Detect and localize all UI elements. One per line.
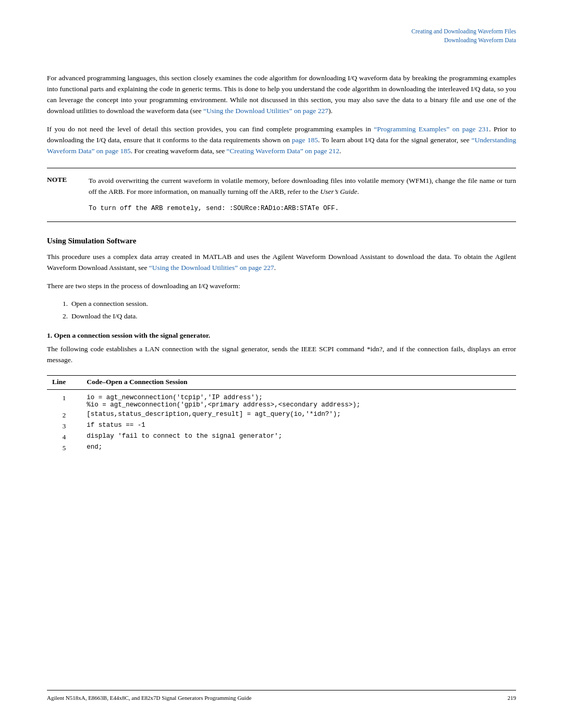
link-creating-waveform-data[interactable]: “Creating Waveform Data” on page 212 (227, 147, 339, 155)
code-cell-2: [status,status_description,query_result]… (81, 410, 516, 421)
link-download-utilities-1[interactable]: “Using the Download Utilities” on page 2… (203, 107, 328, 115)
table-row: 2 [status,status_description,query_resul… (47, 410, 516, 421)
list-item-1: 1. Open a connection session. (63, 299, 516, 310)
note-text-1: To avoid overwriting the current wavefor… (89, 176, 516, 198)
breadcrumb-line1: Creating and Downloading Waveform Files (411, 27, 516, 36)
table-row: 4 display 'fail to connect to the signal… (47, 431, 516, 442)
line-num-3: 3 (47, 421, 81, 431)
list-item-2: 2. Download the I/Q data. (63, 311, 516, 322)
footer-right: 219 (508, 695, 517, 701)
breadcrumb: Creating and Downloading Waveform Files … (411, 27, 516, 45)
code-cell-3: if status == -1 (81, 421, 516, 431)
line-num-2: 2 (47, 410, 81, 421)
section-para-1: This procedure uses a complex data array… (47, 252, 516, 274)
page: Creating and Downloading Waveform Files … (0, 0, 563, 728)
para2-mid3: . For creating waveform data, see (131, 147, 227, 155)
col-line-header: Line (47, 376, 81, 390)
table-row: 3 if status == -1 (47, 421, 516, 431)
code-cell-4: display 'fail to connect to the signal g… (81, 431, 516, 442)
paragraph-1: For advanced programming languages, this… (47, 73, 516, 117)
steps-list: 1. Open a connection session. 2. Downloa… (47, 299, 516, 322)
col-code-header: Code–Open a Connection Session (81, 376, 516, 390)
para2-end: . (339, 147, 341, 155)
table-row: 5 end; (47, 442, 516, 453)
para1-end: ). (328, 107, 333, 115)
section-para-2: There are two steps in the process of do… (47, 281, 516, 292)
footer: Agilent N518xA, E8663B, E44x8C, and E82x… (47, 690, 516, 701)
para2-start: If you do not need the level of detail t… (47, 125, 374, 133)
note-text-2: To turn off the ARB remotely, send: :SOU… (89, 203, 516, 214)
link-programming-examples[interactable]: “Programming Examples” on page 231 (374, 125, 489, 133)
paragraph-2: If you do not need the level of detail t… (47, 124, 516, 157)
code-table: Line Code–Open a Connection Session 1 io… (47, 375, 516, 453)
note-label: NOTE (47, 176, 89, 198)
note-row-1: NOTE To avoid overwriting the current wa… (47, 176, 516, 198)
line-num-5: 5 (47, 442, 81, 453)
link-page185-a[interactable]: page 185 (292, 136, 318, 144)
line-num-1: 1 (47, 390, 81, 410)
main-content: For advanced programming languages, this… (47, 73, 516, 453)
subsection-1-heading: 1. Open a connection session with the si… (47, 331, 516, 340)
section-heading: Using Simulation Software (47, 237, 516, 245)
link-download-utilities-2[interactable]: “Using the Download Utilities” on page 2… (149, 264, 274, 272)
footer-left: Agilent N518xA, E8663B, E44x8C, and E82x… (47, 695, 251, 701)
para2-mid2: . To learn about I/Q data for the signal… (318, 136, 472, 144)
breadcrumb-line2: Downloading Waveform Data (411, 36, 516, 45)
subsection-1-para: The following code establishes a LAN con… (47, 344, 516, 366)
note-box: NOTE To avoid overwriting the current wa… (47, 168, 516, 221)
line-num-4: 4 (47, 431, 81, 442)
table-row: 1 io = agt_newconnection('tcpip','IP add… (47, 390, 516, 410)
code-cell-1: io = agt_newconnection('tcpip','IP addre… (81, 390, 516, 410)
code-cell-5: end; (81, 442, 516, 453)
